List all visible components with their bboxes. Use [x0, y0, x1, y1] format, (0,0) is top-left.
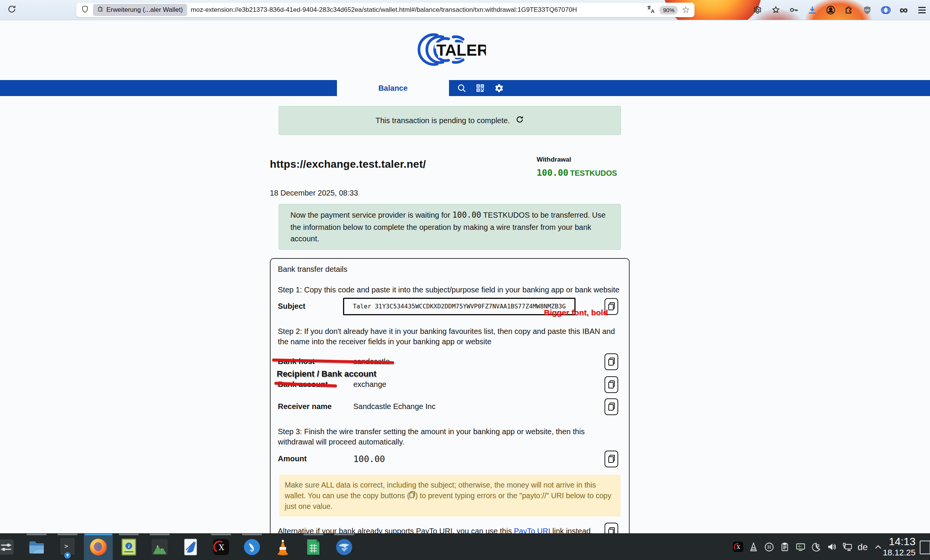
taskbar: > i	[0, 533, 930, 560]
copy-receiver-button[interactable]	[604, 398, 618, 415]
payto-text-after: link instead	[550, 527, 591, 534]
copy-amount-button[interactable]	[604, 451, 618, 467]
amount-currency: TESTKUDOS	[570, 169, 617, 177]
copy-icon	[609, 303, 614, 310]
transaction-date: 18 December 2025, 08:33	[270, 189, 358, 197]
download-icon[interactable]	[807, 4, 818, 16]
taskbar-app-file-manager[interactable]	[22, 534, 51, 560]
copy-bank-host-button[interactable]	[604, 353, 618, 370]
reload-icon	[7, 4, 17, 16]
data-correct-warning: Make sure ALL data is correct, including…	[279, 475, 621, 517]
toolbar-icon-strip: UO ∞	[752, 0, 928, 20]
info-amount: 100.00	[452, 210, 481, 220]
payto-text-before: Alternative if your bank already support…	[278, 527, 514, 534]
infinity-icon[interactable]: ∞	[898, 4, 909, 16]
menu-hamburger-icon[interactable]	[916, 4, 928, 16]
amount-number: 100.00	[537, 168, 568, 178]
amount-row: Amount 100.00	[278, 450, 622, 468]
step2-text: Step 2: If you don't already have it in …	[278, 326, 622, 347]
shield-icon	[81, 5, 89, 15]
qr-code-icon[interactable]	[475, 82, 486, 94]
copy-icon	[609, 403, 614, 410]
receiver-name-value: Sandcastle Echange Inc	[353, 402, 436, 411]
taskbar-app-settings-sliders[interactable]	[0, 534, 21, 560]
taskbar-app-firefox[interactable]	[84, 534, 113, 560]
tab-balance[interactable]: Balance	[337, 80, 449, 96]
amount-label: Amount	[278, 454, 353, 463]
copy-payto-button[interactable]	[604, 523, 618, 534]
transaction-amount: 100.00 TESTKUDOS	[537, 168, 617, 178]
taskbar-app-terminal[interactable]: >	[53, 534, 82, 560]
clock-time: 14:13	[877, 536, 916, 548]
tray-screenshare-icon[interactable]	[795, 542, 806, 552]
navbar-icons	[456, 80, 505, 96]
passwords-key-icon[interactable]	[788, 4, 800, 16]
taskbar-app-image-viewer[interactable]	[145, 534, 174, 560]
bank-transfer-details-panel: Bank transfer details Step 1: Copy this …	[270, 258, 630, 534]
transaction-header: https://exchange.test.taler.net/ 18 Dece…	[270, 158, 630, 200]
settings-gear-icon[interactable]	[752, 4, 763, 16]
search-icon[interactable]	[456, 82, 467, 94]
system-tray: X	[733, 534, 884, 560]
panel-title: Bank transfer details	[278, 265, 622, 274]
svg-text:UO: UO	[865, 8, 869, 12]
taler-extension-icon[interactable]	[880, 4, 891, 16]
copy-bank-account-button[interactable]	[604, 376, 618, 393]
pending-banner-text: This transaction is pending to complete.	[375, 116, 510, 125]
url-bar[interactable]: Erweiterung (...aler Wallet) moz-extensi…	[76, 3, 694, 17]
copy-icon-inline	[410, 491, 415, 497]
extension-badge[interactable]: Erweiterung (...aler Wallet)	[93, 4, 187, 16]
pending-banner: This transaction is pending to complete.	[279, 106, 621, 135]
bank-account-value: exchange	[353, 380, 386, 389]
wallet-navbar: Balance	[0, 80, 930, 96]
url-text[interactable]: moz-extension://e3b21373-836d-41ed-9404-…	[191, 6, 643, 14]
taskbar-app-vlc[interactable]	[268, 534, 297, 560]
tray-pause-icon[interactable]	[764, 542, 774, 552]
payto-uri-link[interactable]: PayTo URI	[514, 527, 550, 534]
subject-label: Subject	[278, 302, 353, 311]
extensions-puzzle-icon[interactable]	[843, 4, 855, 16]
taskbar-clock[interactable]: 14:13 18.12.25	[877, 536, 916, 557]
translate-icon[interactable]: A	[646, 5, 656, 15]
taskbar-app-spreadsheet[interactable]	[299, 534, 328, 560]
sparkle-star-icon[interactable]	[770, 4, 781, 16]
payto-text: Alternative if your bank already support…	[278, 527, 590, 534]
bookmark-star-icon[interactable]: ☆	[681, 5, 690, 14]
taskbar-app-remote-desktop[interactable]	[237, 534, 266, 560]
taskbar-app-document-viewer[interactable]: i	[114, 534, 143, 560]
puzzle-icon	[97, 6, 104, 14]
tray-keyboard-layout[interactable]: de	[858, 542, 868, 552]
account-icon[interactable]	[825, 4, 836, 16]
svg-text:X: X	[736, 544, 740, 550]
taskbar-app-xterm[interactable]: X	[207, 534, 236, 560]
copy-icon	[609, 528, 614, 534]
subject-value-box[interactable]: Taler 31Y3C534435WCCDKXD2DDM75YWVP0FZ7NV…	[343, 298, 576, 315]
transaction-content: This transaction is pending to complete.…	[270, 106, 630, 534]
taler-logo-text: TALER	[436, 41, 486, 59]
settings-gear-icon-nav[interactable]	[493, 82, 505, 94]
svg-text:A: A	[651, 8, 655, 14]
zoom-level-badge[interactable]: 90%	[659, 6, 678, 14]
taskbar-app-libreoffice[interactable]	[176, 534, 205, 560]
tray-display-cable-icon[interactable]	[842, 542, 853, 552]
annotation-recipient-bank-account: Recipient / Bank account	[277, 369, 377, 379]
tray-vlc-icon[interactable]	[748, 542, 759, 552]
tray-xterm-icon[interactable]: X	[733, 542, 743, 552]
payto-row: Alternative if your bank already support…	[278, 522, 622, 534]
reload-button[interactable]	[6, 4, 18, 16]
svg-text:X: X	[219, 543, 224, 552]
firefox-icon	[90, 539, 107, 555]
svg-text:>: >	[64, 542, 68, 550]
browser-toolbar: Erweiterung (...aler Wallet) moz-extensi…	[0, 0, 930, 20]
tray-clipboard-icon[interactable]	[779, 542, 790, 552]
bank-account-row: Recipient / Bank account Bank account ex…	[278, 376, 622, 393]
copy-icon	[609, 358, 614, 365]
receiver-name-label: Receiver name	[278, 402, 353, 411]
taskbar-app-thunderbird[interactable]	[330, 534, 359, 560]
show-desktop-button[interactable]	[920, 541, 930, 554]
tray-volume-icon[interactable]	[826, 542, 837, 552]
tray-nightlight-icon[interactable]	[811, 542, 821, 552]
ublock-shield-icon[interactable]: UO	[861, 4, 873, 16]
step3-text: Step 3: Finish the wire transfer setting…	[278, 427, 622, 447]
refresh-icon[interactable]	[515, 115, 524, 126]
